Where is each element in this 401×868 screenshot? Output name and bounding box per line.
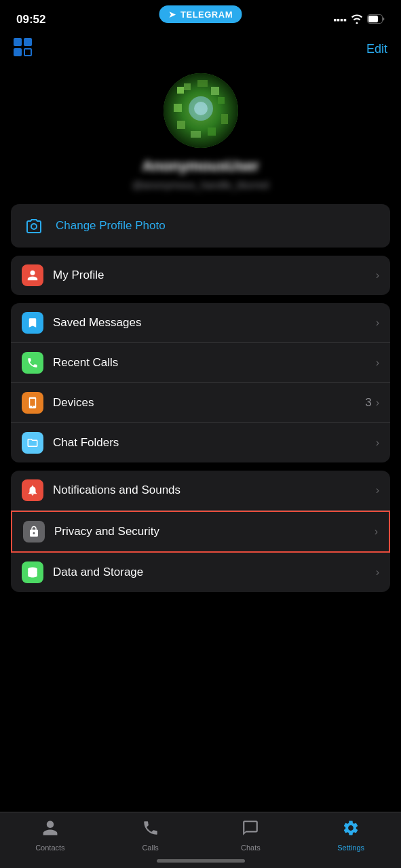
nav-contacts[interactable]: Contacts bbox=[0, 819, 100, 852]
saved-messages-item[interactable]: Saved Messages › bbox=[11, 303, 390, 343]
chats-icon bbox=[242, 819, 259, 841]
notifications-chevron: › bbox=[376, 484, 379, 496]
my-profile-label: My Profile bbox=[53, 269, 376, 282]
change-photo-label: Change Profile Photo bbox=[56, 219, 166, 233]
username: AnonymousUser bbox=[142, 157, 259, 175]
main-settings-group: Saved Messages › Recent Calls › Devices … bbox=[11, 303, 390, 462]
profile-section: AnonymousUser @anonymous_handle_blurred bbox=[0, 66, 401, 204]
data-storage-item[interactable]: Data and Storage › bbox=[11, 553, 390, 592]
chat-folders-label: Chat Folders bbox=[53, 436, 376, 450]
privacy-security-item[interactable]: Privacy and Security › bbox=[11, 511, 390, 553]
settings-icon bbox=[342, 819, 360, 841]
user-handle: @anonymous_handle_blurred bbox=[132, 179, 269, 191]
recent-calls-label: Recent Calls bbox=[53, 356, 376, 370]
signal-icon: ▪▪▪▪ bbox=[333, 14, 347, 25]
telegram-badge: ➤ TELEGRAM bbox=[159, 5, 242, 23]
notifications-label: Notifications and Sounds bbox=[53, 484, 376, 497]
status-icons: ▪▪▪▪ bbox=[333, 14, 385, 26]
svg-rect-4 bbox=[184, 83, 191, 90]
battery-icon bbox=[367, 14, 385, 26]
privacy-icon bbox=[23, 521, 45, 542]
privacy-label: Privacy and Security bbox=[54, 525, 375, 538]
data-storage-chevron: › bbox=[376, 566, 379, 578]
devices-icon bbox=[22, 392, 43, 414]
saved-messages-icon bbox=[22, 312, 43, 334]
svg-rect-11 bbox=[191, 131, 201, 138]
notifications-icon bbox=[22, 479, 43, 501]
svg-rect-6 bbox=[211, 87, 219, 95]
avatar-image bbox=[164, 73, 238, 148]
saved-messages-chevron: › bbox=[376, 317, 379, 329]
calls-label: Calls bbox=[142, 844, 158, 852]
svg-rect-5 bbox=[197, 80, 208, 87]
calls-icon bbox=[142, 819, 159, 841]
chat-folders-chevron: › bbox=[376, 437, 379, 449]
recent-calls-icon bbox=[22, 352, 43, 374]
nav-calls[interactable]: Calls bbox=[100, 819, 201, 852]
recent-calls-chevron: › bbox=[376, 357, 379, 369]
data-storage-icon bbox=[22, 561, 43, 583]
svg-point-14 bbox=[194, 102, 208, 115]
change-photo-button[interactable]: Change Profile Photo bbox=[11, 204, 390, 248]
telegram-label: TELEGRAM bbox=[180, 9, 233, 20]
change-photo-group: Change Profile Photo bbox=[11, 204, 390, 248]
my-profile-chevron: › bbox=[376, 269, 379, 281]
camera-icon bbox=[22, 214, 46, 238]
data-storage-label: Data and Storage bbox=[53, 566, 376, 579]
svg-rect-10 bbox=[177, 121, 185, 129]
svg-rect-3 bbox=[177, 87, 184, 94]
profile-icon bbox=[22, 264, 43, 286]
avatar bbox=[164, 73, 238, 148]
settings-group: Notifications and Sounds › Privacy and S… bbox=[11, 471, 390, 592]
profile-menu-group: My Profile › bbox=[11, 256, 390, 295]
svg-rect-7 bbox=[218, 97, 225, 104]
chat-folders-icon bbox=[22, 432, 43, 454]
devices-badge: 3 bbox=[365, 396, 371, 410]
contacts-icon bbox=[41, 819, 59, 841]
svg-rect-12 bbox=[208, 127, 216, 136]
telegram-badge-container: ➤ TELEGRAM bbox=[159, 5, 242, 23]
home-indicator bbox=[157, 859, 245, 863]
saved-messages-label: Saved Messages bbox=[53, 316, 376, 330]
svg-rect-8 bbox=[174, 104, 182, 112]
nav-chats[interactable]: Chats bbox=[201, 819, 301, 852]
svg-rect-1 bbox=[368, 16, 378, 22]
edit-button[interactable]: Edit bbox=[366, 42, 387, 56]
svg-rect-9 bbox=[221, 114, 228, 124]
devices-item[interactable]: Devices 3 › bbox=[11, 383, 390, 423]
recent-calls-item[interactable]: Recent Calls › bbox=[11, 343, 390, 383]
qr-icon[interactable] bbox=[14, 38, 35, 60]
wifi-icon bbox=[351, 14, 363, 26]
telegram-arrow-icon: ➤ bbox=[168, 9, 176, 20]
chats-label: Chats bbox=[241, 844, 261, 852]
devices-chevron: › bbox=[376, 397, 379, 409]
devices-label: Devices bbox=[53, 396, 365, 410]
settings-label: Settings bbox=[337, 844, 364, 852]
status-time: 09:52 bbox=[16, 13, 45, 26]
notifications-sounds-item[interactable]: Notifications and Sounds › bbox=[11, 471, 390, 511]
chat-folders-item[interactable]: Chat Folders › bbox=[11, 423, 390, 462]
top-nav: Edit bbox=[0, 35, 401, 66]
nav-settings[interactable]: Settings bbox=[301, 819, 401, 852]
status-bar: 09:52 ➤ TELEGRAM ▪▪▪▪ bbox=[0, 0, 401, 35]
my-profile-item[interactable]: My Profile › bbox=[11, 256, 390, 295]
privacy-chevron: › bbox=[375, 526, 378, 538]
contacts-label: Contacts bbox=[35, 844, 64, 852]
